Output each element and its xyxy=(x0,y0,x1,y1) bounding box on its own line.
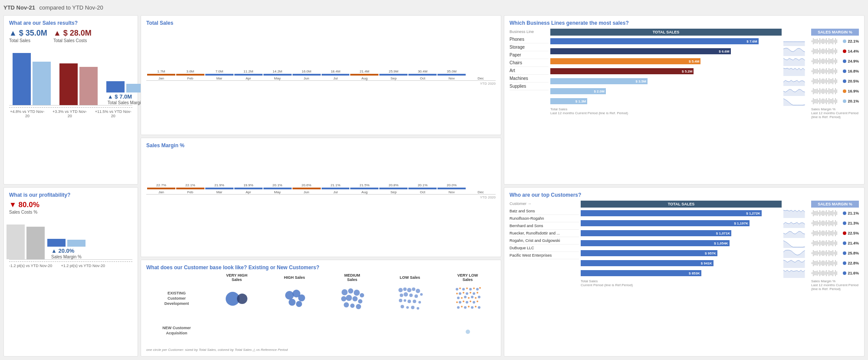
tick xyxy=(834,60,835,62)
svg-point-58 xyxy=(478,296,480,298)
tick xyxy=(812,40,812,42)
bubble-new-high xyxy=(266,316,322,346)
svg-point-32 xyxy=(418,301,421,304)
tick xyxy=(815,251,816,256)
cust-margin-row: 25.8% xyxy=(811,248,859,258)
tick xyxy=(821,221,822,225)
bl-bar-row: $ 6.6M xyxy=(550,46,782,56)
svg-point-26 xyxy=(414,294,418,298)
tick xyxy=(819,210,820,216)
month-value: 21.4M xyxy=(360,69,369,73)
tick xyxy=(815,211,816,216)
svg-point-57 xyxy=(475,297,477,299)
profitability-title: What is our profitability? xyxy=(9,192,132,198)
svg-point-42 xyxy=(473,287,475,289)
svg-point-39 xyxy=(462,288,465,291)
svg-point-2 xyxy=(285,291,294,300)
svg-point-60 xyxy=(459,301,461,304)
tick xyxy=(819,98,820,104)
bar-total-sales xyxy=(13,53,31,105)
tick xyxy=(822,89,823,94)
tick xyxy=(818,262,819,264)
cust-margin-row: 22.5% xyxy=(811,228,859,238)
tick xyxy=(836,221,837,225)
margin-ticks xyxy=(811,98,842,105)
header-title: YTD Nov-21 xyxy=(3,4,35,11)
svg-point-54 xyxy=(464,296,467,298)
tick xyxy=(817,79,818,84)
tick xyxy=(812,70,812,72)
cust-margin-value: 21.3% xyxy=(848,221,859,225)
margin-value: 16.8% xyxy=(848,69,859,73)
tick xyxy=(831,59,832,63)
tick xyxy=(834,50,835,52)
tick xyxy=(832,230,833,236)
tick xyxy=(813,98,814,104)
tick xyxy=(834,70,835,72)
margin-month-col: 21.1% Jul xyxy=(322,183,350,194)
svg-point-64 xyxy=(473,301,475,304)
tick xyxy=(835,68,836,74)
svg-point-11 xyxy=(341,296,346,301)
tick xyxy=(836,211,837,215)
tick xyxy=(815,79,816,84)
tick xyxy=(834,252,835,254)
cust-margin-dot xyxy=(843,241,846,245)
vs-total-margin: +11.5% vs YTD Nov-20 xyxy=(94,109,132,118)
tick xyxy=(827,212,828,214)
cust-bar: $ 1,272K xyxy=(581,210,762,216)
bl-margin-header: SALES MARGIN % xyxy=(811,29,859,36)
tick xyxy=(822,271,823,276)
margin-month-label: Oct xyxy=(420,190,425,194)
sales-margin-ytd-label: YTD 2020 xyxy=(146,195,496,199)
profit-margin-bar-ref xyxy=(67,240,85,247)
tick xyxy=(825,40,825,43)
cust-margin-dot xyxy=(843,271,846,275)
tick xyxy=(818,222,819,225)
tick xyxy=(830,89,831,93)
tick xyxy=(829,38,829,44)
tick xyxy=(825,79,825,83)
tick xyxy=(822,99,823,104)
tick xyxy=(821,99,822,102)
bl-bar-row: $ 5.2M xyxy=(550,66,782,76)
tick xyxy=(832,250,833,256)
tick xyxy=(817,99,818,104)
col-header-medium: MEDIUMSales xyxy=(324,273,380,282)
svg-point-36 xyxy=(417,307,419,310)
cust-sales-header: TOTAL SALES xyxy=(581,201,782,208)
svg-point-16 xyxy=(350,304,355,308)
tick xyxy=(814,89,815,93)
sparkline-svg xyxy=(783,57,805,67)
bubble-existing-very-high xyxy=(209,284,265,314)
tick xyxy=(823,69,824,74)
tick xyxy=(821,251,822,254)
tick xyxy=(814,251,815,255)
cust-sparkline-col xyxy=(783,201,809,291)
bl-bar: $ 3.5M xyxy=(550,78,648,84)
month-value: 11.2M xyxy=(243,69,253,73)
left-column: What are our Sales results? ▲ $ 35.0M To… xyxy=(3,15,138,357)
month-label: Jun xyxy=(304,76,309,80)
tick xyxy=(834,262,835,264)
margin-month-value: 21.1% xyxy=(331,183,341,187)
tick xyxy=(819,250,820,256)
month-bar xyxy=(176,74,204,76)
tick xyxy=(836,40,837,43)
tick xyxy=(825,211,825,215)
margin-month-value: 21.9% xyxy=(214,183,224,187)
tick xyxy=(829,88,829,94)
tick xyxy=(834,80,835,82)
svg-point-12 xyxy=(346,295,352,301)
margin-value: 16.9% xyxy=(848,89,859,93)
margin-month-col: 20.0% Nov xyxy=(437,183,466,194)
tick xyxy=(813,58,814,64)
tick xyxy=(813,210,814,216)
bl-item-name: Storage xyxy=(510,43,549,51)
svg-point-15 xyxy=(344,302,349,307)
tick xyxy=(822,211,823,216)
cust-bar-row: $ 957K xyxy=(581,248,782,258)
tick xyxy=(822,241,823,246)
tick xyxy=(819,48,820,54)
cust-margin-dot xyxy=(843,211,846,215)
